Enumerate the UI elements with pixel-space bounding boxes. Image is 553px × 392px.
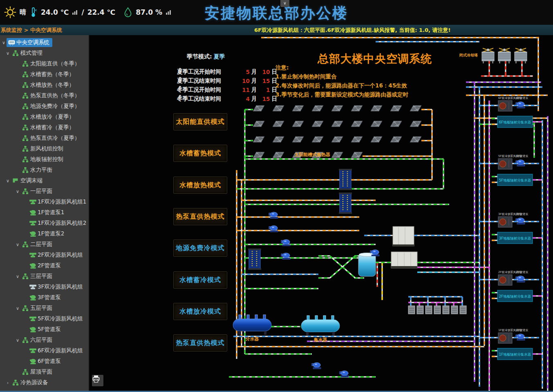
sidebar-item-10[interactable]: 新风机组控制 bbox=[0, 143, 89, 154]
wrench-edit-icon[interactable] bbox=[177, 95, 182, 100]
wrench-edit-icon[interactable] bbox=[177, 86, 182, 91]
season-row-3: 冬季工况结束时间4月15日 bbox=[177, 95, 279, 103]
temp-current: 24.0 ℃ bbox=[41, 8, 69, 16]
sidebar-item-16[interactable]: 1F管道泵1 bbox=[0, 207, 89, 218]
sidebar-item-label: 地板辐射控制 bbox=[30, 156, 63, 163]
sidebar-item-11[interactable]: 地板辐射控制 bbox=[0, 154, 89, 165]
sidebar-item-9[interactable]: 热泵直供冷（夏季） bbox=[0, 133, 89, 143]
mode-button-1[interactable]: 水槽蓄热模式 bbox=[173, 145, 227, 162]
droplet-icon bbox=[123, 7, 132, 18]
sidebar-item-28[interactable]: ∨六层平面 bbox=[0, 335, 89, 345]
temp-separator: / bbox=[81, 8, 84, 16]
mode-button-7[interactable]: 热泵直供热模式 bbox=[173, 334, 227, 352]
month-unit: 月 bbox=[251, 68, 257, 76]
pump-icon bbox=[29, 326, 37, 333]
sidebar-item-3[interactable]: 水槽蓄热（冬季） bbox=[0, 69, 89, 80]
collector-label: 集水器 bbox=[313, 337, 327, 343]
fancoil-icon bbox=[29, 252, 37, 258]
chevron-down-icon[interactable]: ∨ bbox=[15, 306, 20, 311]
mode-button-0[interactable]: 太阳能直供模式 bbox=[173, 113, 227, 130]
sidebar-item-21[interactable]: 2F管道泵 bbox=[0, 260, 89, 271]
sidebar-item-6[interactable]: 地源免费冷（夏季） bbox=[0, 101, 89, 112]
chevron-right-icon[interactable]: › bbox=[5, 380, 11, 385]
chevron-down-icon[interactable]: ∨ bbox=[15, 338, 20, 343]
sidebar-item-2[interactable]: 太阳能直供（冬季） bbox=[0, 58, 89, 69]
sidebar-item-1[interactable]: ∨模式管理 bbox=[0, 48, 89, 58]
note-line: 3.季节变化后，需要重新设定模式为能源路由器或定时 bbox=[275, 90, 408, 99]
collapse-header-button[interactable]: ∨ bbox=[280, 0, 289, 7]
mode-button-2[interactable]: 水槽放热模式 bbox=[173, 177, 227, 194]
season-row-label: 夏季工况开始时间 bbox=[177, 68, 238, 76]
org-icon bbox=[11, 379, 20, 386]
sidebar-item-27[interactable]: 5F管道泵 bbox=[0, 324, 89, 335]
note-line: 1.禁止制冷制热时间重合 bbox=[275, 72, 408, 81]
sidebar-item-label: 三层平面 bbox=[30, 273, 52, 280]
chevron-down-icon[interactable]: ∨ bbox=[5, 178, 11, 184]
sidebar-item-7[interactable]: 水槽放冷（夏季） bbox=[0, 112, 89, 122]
sidebar-item-12[interactable]: 水力平衡 bbox=[0, 165, 89, 175]
alarm-ticker: 6F双冷源新风机组：六层平面.6F双冷源新风机组.缺风报警, 当前值: 1.0,… bbox=[254, 27, 450, 34]
month-unit: 月 bbox=[251, 95, 257, 103]
season-month-value: 5 bbox=[238, 69, 250, 75]
sidebar-item-label: 地源免费冷（夏季） bbox=[30, 103, 80, 110]
season-month-value: 11 bbox=[238, 87, 250, 93]
sidebar-item-label: 5F双冷源新风机组 bbox=[38, 315, 83, 323]
mode-button-5[interactable]: 水槽蓄冷模式 bbox=[173, 271, 227, 289]
sidebar-item-14[interactable]: ∨一层平面 bbox=[0, 186, 89, 197]
sidebar-item-29[interactable]: 6F双冷源新风机组 bbox=[0, 345, 89, 356]
sidebar-item-30[interactable]: 6F管道泵 bbox=[0, 356, 89, 367]
sidebar-item-31[interactable]: 屋顶平面 bbox=[0, 367, 89, 377]
breadcrumb[interactable]: 系统监控 > 中央空调系统 bbox=[1, 27, 62, 34]
mode-button-3[interactable]: 热泵直供热模式 bbox=[173, 208, 227, 225]
chevron-down-icon[interactable]: ∨ bbox=[15, 189, 20, 194]
sidebar-item-26[interactable]: 5F双冷源新风机组 bbox=[0, 314, 89, 324]
sidebar-item-17[interactable]: 1F双冷源新风机组2 bbox=[0, 218, 89, 228]
org-icon bbox=[21, 146, 29, 152]
sidebar-item-label: 热泵直供热（冬季） bbox=[30, 92, 80, 99]
humidity-value: 87.0 % bbox=[136, 8, 162, 16]
bar-chart-icon bbox=[72, 9, 78, 15]
sidebar-item-24[interactable]: 3F管道泵 bbox=[0, 292, 89, 303]
sidebar-item-5[interactable]: 热泵直供热（冬季） bbox=[0, 90, 89, 101]
sidebar-item-label: 3F管道泵 bbox=[38, 294, 61, 301]
sidebar-item-20[interactable]: 2F双冷源新风机组 bbox=[0, 250, 89, 260]
season-row-label: 夏季工况结束时间 bbox=[177, 77, 238, 85]
flag-icon bbox=[11, 178, 20, 184]
chevron-down-icon: ∨ bbox=[283, 1, 286, 5]
wrench-edit-icon[interactable] bbox=[177, 77, 182, 82]
sidebar-item-label: 水槽放冷（夏季） bbox=[30, 113, 74, 121]
wrench-edit-icon[interactable] bbox=[177, 68, 182, 73]
sidebar-item-4[interactable]: 水槽放热（冬季） bbox=[0, 80, 89, 90]
floor-manifold-label: 5F地板辐射分集水器 bbox=[499, 178, 531, 182]
print-button[interactable] bbox=[92, 375, 103, 386]
sidebar-item-23[interactable]: 3F双冷源新风机组 bbox=[0, 282, 89, 292]
pump-icon bbox=[29, 262, 37, 269]
water-collector: 集水器 bbox=[301, 316, 340, 343]
fancoil-icon bbox=[29, 348, 37, 354]
weather-text: 晴 bbox=[20, 8, 26, 17]
sidebar-item-13[interactable]: ∨空调末端 bbox=[0, 175, 89, 186]
pump-icon bbox=[29, 231, 37, 237]
floor-manifold-label: 3F地板辐射分集水器 bbox=[499, 236, 531, 240]
status-bar: 系统监控 > 中央空调系统 6F双冷源新风机组：六层平面.6F双冷源新风机组.缺… bbox=[0, 25, 553, 35]
sidebar-item-22[interactable]: ∨三层平面 bbox=[0, 271, 89, 282]
sidebar-item-label: 五层平面 bbox=[30, 305, 52, 312]
season-month-value: 10 bbox=[238, 78, 250, 84]
sidebar-item-8[interactable]: 水槽蓄冷（夏季） bbox=[0, 122, 89, 133]
sidebar-item-15[interactable]: 1F双冷源新风机组1 bbox=[0, 197, 89, 207]
floor-manifold-label: 6F地板辐射分集水器 bbox=[499, 120, 531, 124]
chevron-down-icon[interactable]: ∨ bbox=[15, 242, 20, 247]
sidebar-item-18[interactable]: 1F管道泵2 bbox=[0, 228, 89, 239]
chevron-down-icon[interactable]: ∨ bbox=[15, 274, 20, 279]
chevron-down-icon[interactable]: ∨ bbox=[1, 40, 7, 45]
mode-button-4[interactable]: 地源免费冷模式 bbox=[173, 240, 227, 257]
sidebar-item-25[interactable]: ∨五层平面 bbox=[0, 303, 89, 314]
sidebar-item-label: 水力平衡 bbox=[30, 166, 52, 174]
chevron-down-icon[interactable]: ∨ bbox=[5, 51, 11, 56]
svg-text:c: c bbox=[35, 9, 37, 12]
mode-button-6[interactable]: 水槽放冷模式 bbox=[173, 303, 227, 320]
diagram-title: 总部大楼中央空调系统 bbox=[313, 52, 436, 66]
sidebar-item-19[interactable]: ∨二层平面 bbox=[0, 239, 89, 250]
sidebar-item-32[interactable]: ›冷热源设备 bbox=[0, 377, 89, 388]
sidebar-item-0[interactable]: ∨中央空调系统 bbox=[0, 37, 89, 48]
